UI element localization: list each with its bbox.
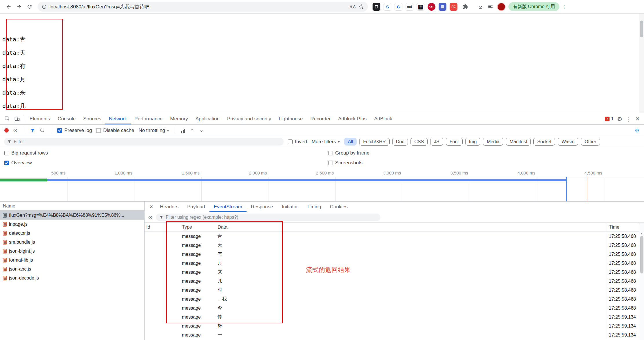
translate-icon[interactable]: 文A <box>349 4 356 9</box>
tab-sources[interactable]: Sources <box>79 113 105 124</box>
record-network-log-icon[interactable] <box>4 128 9 133</box>
import-har-icon[interactable] <box>189 128 195 133</box>
page-scrollbar[interactable] <box>639 14 644 113</box>
chip-wasm[interactable]: Wasm <box>558 138 578 146</box>
group-by-frame-input[interactable] <box>328 151 333 155</box>
chip-fetch-xhr[interactable]: Fetch/XHR <box>359 138 389 146</box>
disable-cache-input[interactable] <box>96 128 101 133</box>
page-scrollbar-thumb[interactable] <box>640 21 643 37</box>
detail-tab-eventstream[interactable]: EventStream <box>209 202 247 212</box>
bookmark-star-icon[interactable] <box>359 4 364 9</box>
tab-memory[interactable]: Memory <box>166 113 191 124</box>
col-time[interactable]: Time <box>607 223 639 231</box>
filter-toggle-icon[interactable] <box>30 128 35 133</box>
clear-eventstream-icon[interactable]: ⊘ <box>148 214 153 221</box>
detail-tab-payload[interactable]: Payload <box>183 202 209 212</box>
detail-tab-cookies[interactable]: Cookies <box>326 202 352 212</box>
chip-js[interactable]: JS <box>430 138 443 146</box>
eventstream-row[interactable]: message时17:25:58.468 <box>145 286 644 295</box>
chip-font[interactable]: Font <box>446 138 463 146</box>
qr-code-extension-icon[interactable]: ▦ <box>417 3 424 11</box>
eventstream-row[interactable]: message停17:25:59.134 <box>145 313 644 321</box>
big-request-rows-checkbox[interactable]: Big request rows <box>4 150 328 156</box>
chip-other[interactable]: Other <box>581 138 600 146</box>
eventstream-row[interactable]: message月17:25:58.468 <box>145 259 644 268</box>
request-row[interactable]: sm.bundle.js <box>0 238 144 247</box>
eventstream-scrollbar-thumb[interactable] <box>640 236 643 273</box>
request-row[interactable]: fluxGen?msg=%E4%B8%BA%E6%88%91%E5%86%... <box>0 211 144 220</box>
timeline-band[interactable] <box>0 177 644 201</box>
network-filter-field[interactable] <box>4 138 284 146</box>
chip-img[interactable]: Img <box>465 138 481 146</box>
tab-network[interactable]: Network <box>105 113 131 124</box>
dark-square-extension-icon[interactable] <box>373 3 380 11</box>
markdown-extension-icon[interactable]: md <box>406 3 413 11</box>
tab-application[interactable]: Application <box>192 113 223 124</box>
detail-tab-timing[interactable]: Timing <box>302 202 325 212</box>
inspect-element-icon[interactable] <box>2 115 12 123</box>
detail-tab-initiator[interactable]: Initiator <box>278 202 302 212</box>
tab-lighthouse[interactable]: Lighthouse <box>275 113 307 124</box>
eventstream-filter-field[interactable] <box>156 214 380 221</box>
extensions-puzzle-icon[interactable] <box>461 2 470 12</box>
url-bar[interactable]: localhost:8080/ai/fluxGen?msg=为我写首诗吧 文A <box>38 2 368 12</box>
col-data[interactable]: Data <box>218 225 607 230</box>
reading-list-icon[interactable] <box>486 2 495 12</box>
group-by-frame-checkbox[interactable]: Group by frame <box>328 150 640 156</box>
tab-privacy-security[interactable]: Privacy and security <box>223 113 275 124</box>
chip-manifest[interactable]: Manifest <box>506 138 531 146</box>
big-request-rows-input[interactable] <box>4 151 9 155</box>
clear-network-log-icon[interactable]: ⊘ <box>13 127 18 134</box>
devtools-settings-gear-icon[interactable]: ⚙ <box>617 115 622 122</box>
site-info-icon[interactable] <box>42 4 47 9</box>
screenshots-input[interactable] <box>328 161 333 165</box>
request-row[interactable]: json-abc.js <box>0 264 144 273</box>
chip-socket[interactable]: Socket <box>533 138 555 146</box>
request-row[interactable]: format-lib.js <box>0 256 144 264</box>
chip-media[interactable]: Media <box>483 138 503 146</box>
export-har-icon[interactable] <box>199 128 204 133</box>
chip-all[interactable]: All <box>344 138 357 146</box>
issues-counter[interactable]: !1 <box>605 116 614 122</box>
chip-css[interactable]: CSS <box>411 138 428 146</box>
invert-checkbox[interactable]: Invert <box>288 139 307 145</box>
chrome-update-button[interactable]: 有新版 Chrome 可用 <box>508 2 559 11</box>
overview-checkbox[interactable]: Overview <box>4 160 328 166</box>
tab-adblock-plus[interactable]: Adblock Plus <box>334 113 370 124</box>
fe-helper-extension-icon[interactable]: FE <box>450 3 457 11</box>
eventstream-row[interactable]: message，我17:25:58.468 <box>145 295 644 304</box>
profile-avatar[interactable] <box>497 3 506 11</box>
blue-s-extension-icon[interactable]: S <box>384 3 391 11</box>
network-overview-timeline[interactable]: 500 ms 1,000 ms 1,500 ms 2,000 ms 2,500 … <box>0 168 644 202</box>
eventstream-filter-input[interactable] <box>166 215 377 220</box>
overview-input[interactable] <box>4 161 9 165</box>
request-list-header[interactable]: Name <box>0 202 144 211</box>
request-row[interactable]: json-bigint.js <box>0 247 144 256</box>
tab-console[interactable]: Console <box>54 113 79 124</box>
eventstream-row[interactable]: message今17:25:58.468 <box>145 304 644 313</box>
tab-elements[interactable]: Elements <box>26 113 54 124</box>
throttling-select[interactable]: No throttling▾ <box>138 128 169 133</box>
reload-button[interactable] <box>24 1 35 12</box>
detail-tab-response[interactable]: Response <box>247 202 278 212</box>
request-row[interactable]: detector.js <box>0 229 144 238</box>
eventstream-row[interactable]: message有17:25:58.468 <box>145 250 644 259</box>
device-toolbar-icon[interactable] <box>12 115 22 123</box>
eventstream-row[interactable]: message几17:25:58.468 <box>145 277 644 286</box>
screenshots-checkbox[interactable]: Screenshots <box>328 160 640 166</box>
network-settings-gear-icon[interactable]: ⚙ <box>634 127 640 134</box>
eventstream-row[interactable]: message天17:25:58.468 <box>145 241 644 250</box>
translate-extension-icon[interactable]: G <box>395 3 402 11</box>
adblock-plus-extension-icon[interactable]: ABP <box>428 3 435 11</box>
eventstream-row[interactable]: message杯17:25:59.134 <box>145 321 644 330</box>
col-id[interactable]: Id <box>146 225 182 230</box>
scroll-up-icon[interactable]: ▲ <box>640 232 643 235</box>
network-conditions-icon[interactable] <box>181 128 185 133</box>
eventstream-scrollbar[interactable]: ▲ <box>639 223 644 340</box>
eventstream-row[interactable]: message来17:25:58.468 <box>145 268 644 277</box>
preserve-log-input[interactable] <box>57 128 62 133</box>
devtools-close-icon[interactable]: ✕ <box>635 115 640 122</box>
devtools-menu-kebab-icon[interactable]: ⋮ <box>626 115 632 122</box>
eventstream-row[interactable]: message一17:25:59.134 <box>145 330 644 339</box>
invert-input[interactable] <box>288 139 293 144</box>
